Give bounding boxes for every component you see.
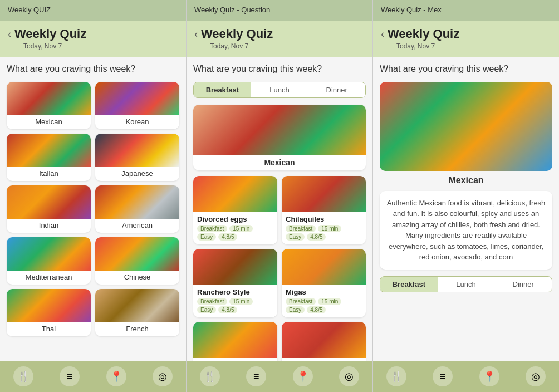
recipe-card-chilaquiles[interactable]: Chilaquiles Breakfast 15 min Easy 4.8/5 [282, 176, 366, 244]
cuisine-label: Indian [7, 219, 91, 233]
header-title-2: Weekly Quiz [201, 27, 273, 41]
recipe-img [193, 249, 277, 285]
title-bar-2: Weekly Quiz - Question [187, 0, 372, 21]
nav-icon-0[interactable]: 🍴 [13, 366, 33, 386]
cuisine-item-mediterranean[interactable]: Mediterranean [7, 237, 91, 285]
cuisine-img [95, 185, 179, 219]
nav-icon-3[interactable]: ◎ [526, 366, 546, 386]
recipe-info: Chilaquiles Breakfast 15 min Easy 4.8/5 [282, 212, 366, 244]
section-title-1: What are you craving this week? [7, 63, 179, 75]
header-title-3: Weekly Quiz [388, 27, 459, 41]
tab-breakfast[interactable]: Breakfast [194, 82, 251, 97]
nav-icon-0[interactable]: 🍴 [386, 366, 406, 386]
recipe-name: Migas [286, 288, 362, 296]
title-bar-1: Weekly QUIZ [0, 0, 186, 21]
cuisine-item-japanese[interactable]: Japanese [95, 134, 179, 181]
cuisine-item-indian[interactable]: Indian [7, 185, 91, 233]
recipe-card-ranchero-style[interactable]: Ranchero Style Breakfast 15 min Easy 4.8… [193, 249, 277, 317]
nav-icon-3[interactable]: ◎ [153, 366, 173, 386]
nav-icon-1[interactable]: ≡ [246, 366, 266, 386]
cuisine-label: Chinese [95, 271, 179, 285]
recipe-card-migas[interactable]: Migas Breakfast 15 min Easy 4.8/5 [282, 249, 366, 317]
cuisine-label: Mediterranean [7, 271, 91, 285]
cuisine-img [7, 289, 91, 322]
cuisine-item-french[interactable]: French [95, 289, 179, 336]
hero-image [380, 82, 552, 171]
recipe-card-divorced-eggs[interactable]: Divorced eggs Breakfast 15 min Easy 4.8/… [193, 176, 277, 244]
tag-time: 15 min [318, 225, 341, 232]
cuisine-item-mexican[interactable]: Mexican [7, 82, 91, 129]
recipe-info: Migas Breakfast 15 min Easy 4.8/5 [282, 285, 366, 317]
tag-rating: 4.8/5 [307, 233, 326, 241]
description-box: Authentic Mexican food is vibrant, delic… [380, 191, 552, 270]
tab-dinner[interactable]: Dinner [308, 82, 365, 97]
cuisine-item-chinese[interactable]: Chinese [95, 237, 179, 285]
recipe-card-chorizo-and-egg[interactable]: Chorizo and Egg Breakfast 15 min Easy 4.… [282, 322, 366, 361]
cuisine-img [7, 134, 91, 167]
tag-diff: Easy [286, 233, 305, 241]
cuisine-label: American [95, 219, 179, 233]
cuisine-label: Thai [7, 322, 91, 336]
recipe-img [282, 176, 366, 212]
nav-icon-2[interactable]: 📍 [106, 366, 126, 386]
cuisine-item-thai[interactable]: Thai [7, 289, 91, 336]
title-bar-text-3: Weekly Quiz - Mex [381, 6, 442, 14]
tag-diff: Easy [197, 233, 216, 241]
recipe-card-breakfast-tacos[interactable]: Breakfast Tacos Breakfast 15 min Easy 4.… [193, 322, 277, 361]
tab-bottom-lunch[interactable]: Lunch [438, 277, 495, 292]
tag-time: 15 min [229, 225, 253, 232]
recipe-img [282, 249, 366, 285]
nav-icon-0[interactable]: 🍴 [200, 366, 220, 386]
cuisine-label: French [95, 322, 179, 336]
cuisine-item-korean[interactable]: Korean [95, 82, 179, 129]
bottom-nav-1: 🍴≡📍◎ [0, 361, 186, 392]
back-arrow-2[interactable]: ‹ [194, 28, 198, 40]
tag-meal: Breakfast [197, 298, 227, 305]
cuisine-img [7, 185, 91, 219]
bottom-nav-2: 🍴≡📍◎ [187, 361, 372, 392]
header-title-1: Weekly Quiz [14, 27, 86, 41]
nav-icon-3[interactable]: ◎ [339, 366, 359, 386]
nav-icon-2[interactable]: 📍 [293, 366, 313, 386]
title-bar-text-1: Weekly QUIZ [8, 6, 51, 14]
nav-icon-1[interactable]: ≡ [433, 366, 453, 386]
tag-rating: 4.8/5 [307, 306, 326, 313]
tag-time: 15 min [229, 298, 253, 305]
recipe-img [193, 176, 277, 212]
back-arrow-3[interactable]: ‹ [381, 28, 384, 40]
content-1: What are you craving this week? Mexican … [0, 57, 186, 361]
tag-row2: Easy 4.8/5 [197, 306, 273, 313]
back-arrow-1[interactable]: ‹ [8, 28, 11, 40]
recipe-name: Chilaquiles [286, 215, 362, 223]
nav-icon-1[interactable]: ≡ [60, 366, 80, 386]
header-date-3: Today, Nov 7 [396, 42, 551, 50]
featured-label: Mexican [193, 155, 366, 170]
meal-tabs-3: BreakfastLunchDinner [380, 276, 552, 292]
recipe-tags: Breakfast 15 min [286, 225, 362, 232]
cuisine-img [7, 82, 91, 115]
content-2: What are you craving this week? Breakfas… [187, 57, 372, 361]
nav-icon-2[interactable]: 📍 [479, 366, 499, 386]
cuisine-img [95, 134, 179, 167]
featured-banner[interactable]: Mexican [193, 105, 366, 170]
cuisine-grid: Mexican Korean Italian Japanese Indian A… [7, 82, 179, 336]
panel-3: Weekly Quiz - Mex ‹ Weekly Quiz Today, N… [373, 0, 559, 392]
tag-meal: Breakfast [197, 225, 227, 232]
cuisine-label: Japanese [95, 167, 179, 181]
tab-bottom-breakfast[interactable]: Breakfast [380, 277, 438, 292]
header-date-2: Today, Nov 7 [210, 42, 365, 50]
tab-bottom-dinner[interactable]: Dinner [494, 277, 552, 292]
tag-meal: Breakfast [286, 298, 316, 305]
recipe-info: Ranchero Style Breakfast 15 min Easy 4.8… [193, 285, 277, 317]
panel-2: Weekly Quiz - Question ‹ Weekly Quiz Tod… [187, 0, 373, 392]
content-3: What are you craving this week? Mexican … [373, 57, 559, 361]
cuisine-item-american[interactable]: American [95, 185, 179, 233]
tab-lunch[interactable]: Lunch [251, 82, 308, 97]
tag-rating: 4.8/5 [218, 306, 237, 313]
description-text: Authentic Mexican food is vibrant, delic… [387, 199, 546, 262]
tag-diff: Easy [197, 306, 216, 313]
header-date-1: Today, Nov 7 [23, 42, 178, 50]
recipe-name: Ranchero Style [197, 288, 273, 296]
recipe-img [193, 322, 277, 358]
cuisine-item-italian[interactable]: Italian [7, 134, 91, 181]
